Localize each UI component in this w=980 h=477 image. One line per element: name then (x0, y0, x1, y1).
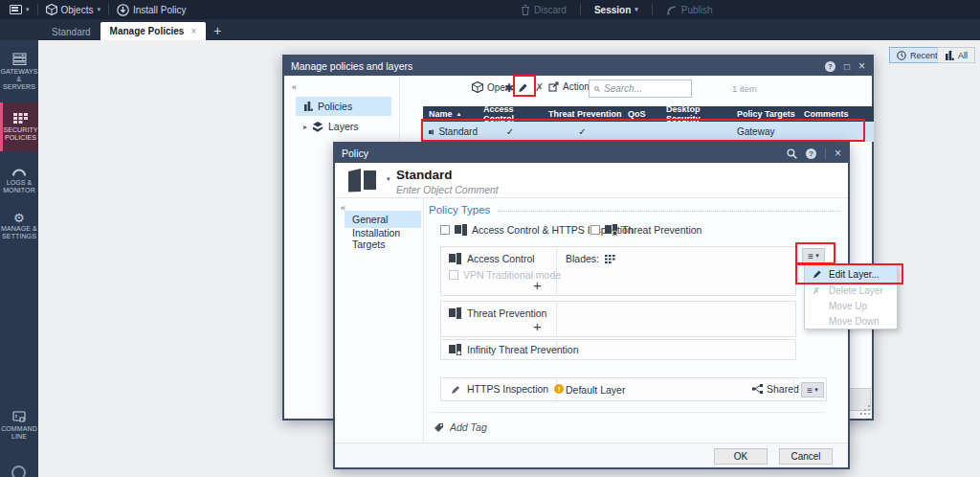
col-header-qos[interactable]: QoS (622, 109, 660, 119)
sidebar-item-manage-settings[interactable]: ⚙ MANAGE & SETTINGS (0, 210, 38, 240)
col-header-comments[interactable]: Comments (798, 109, 874, 119)
trash-icon (521, 5, 530, 15)
sidebar-label: & SERVERS (0, 76, 38, 91)
checkbox-icon[interactable] (449, 270, 458, 280)
col-header-threat-prevention[interactable]: Threat Prevention (543, 109, 622, 119)
sidebar-label: GATEWAYS (0, 68, 38, 76)
object-comment-field[interactable]: Enter Object Comment (396, 184, 499, 195)
col-header-name[interactable]: Name▲ (423, 109, 478, 119)
publish-button[interactable]: Publish (662, 0, 717, 19)
sidebar-label: MANAGE & (0, 225, 38, 233)
add-layer-button[interactable]: + (533, 277, 542, 293)
edit-pencil-button[interactable] (517, 82, 528, 94)
sidebar-label: COMMAND (0, 425, 38, 433)
menu-item-edit-layer[interactable]: Edit Layer... (805, 265, 897, 283)
https-pen-icon (451, 384, 461, 395)
col-header-access-control[interactable]: Access Control (478, 104, 543, 124)
close-icon[interactable]: × (858, 59, 865, 73)
discard-button[interactable]: Discard (517, 0, 570, 19)
menu-item-delete-layer[interactable]: ✗ Delete Layer (805, 283, 897, 298)
sidebar-item-security-policies[interactable]: SECURITY POLICIES (0, 102, 38, 151)
nav-general[interactable]: General (345, 211, 421, 228)
menu-icon: ≡ (807, 385, 813, 396)
tree-item-policies[interactable]: Policies (296, 97, 391, 116)
layers-icon (312, 122, 323, 132)
tree-item-label: Policies (318, 101, 352, 112)
search-input[interactable] (604, 83, 686, 94)
menu-item-label: Move Up (829, 301, 867, 311)
resize-grip[interactable] (860, 405, 870, 415)
top-toolbar: ▾ Objects ▾ Install Policy Discard Sessi… (0, 0, 980, 19)
infinity-threat-prevention-title: Infinity Threat Prevention (449, 344, 579, 355)
menu-item-label: Delete Layer (829, 285, 883, 296)
col-header-desktop-security[interactable]: Desktop Security (660, 104, 731, 124)
menu-item-move-down[interactable]: Move Down (805, 313, 897, 329)
sidebar-label: SETTINGS (0, 233, 38, 240)
heading-rule (498, 211, 840, 212)
vpn-traditional-checkbox[interactable]: VPN Traditional mode (449, 269, 561, 281)
help-icon[interactable]: ? (806, 148, 816, 159)
checkbox-icon[interactable] (590, 225, 600, 235)
warning-icon: ! (554, 384, 564, 394)
panel-divider (423, 198, 424, 443)
tab-manage-policies[interactable]: Manage Policies × (100, 22, 207, 40)
tag-icon (434, 422, 444, 433)
all-label: All (958, 51, 968, 60)
threat-prevention-icon (605, 224, 617, 236)
chevron-down-icon: ▾ (97, 6, 100, 13)
nav-installation-targets[interactable]: Installation Targets (345, 230, 427, 247)
cancel-button[interactable]: Cancel (779, 448, 833, 465)
access-control-icon (455, 224, 467, 236)
policies-icon (303, 102, 313, 111)
publish-icon (666, 5, 678, 15)
sidebar-item-gateways-servers[interactable]: GATEWAYS & SERVERS (0, 48, 38, 91)
https-layer-menu-button[interactable]: ≡ ▾ (801, 382, 824, 398)
install-policy-label: Install Policy (133, 5, 187, 15)
app-menu-button[interactable]: ▾ (6, 0, 33, 19)
policy-dialog-titlebar[interactable]: Policy ? × (335, 144, 848, 163)
checkbox-threat-prevention[interactable]: Threat Prevention (590, 224, 702, 236)
gauge-icon (11, 168, 27, 176)
tab-standard[interactable]: Standard (42, 23, 100, 40)
menu-item-move-up[interactable]: Move Up (805, 298, 897, 313)
cell-name: Standard (423, 126, 478, 137)
check-icon: ✓ (578, 126, 586, 137)
infinity-threat-prevention-section: Infinity Threat Prevention (440, 339, 796, 360)
all-objects-button[interactable]: All (937, 47, 975, 63)
sidebar-item-command-line[interactable]: COMMAND LINE (0, 406, 38, 441)
install-policy-button[interactable]: Install Policy (113, 0, 190, 19)
table-row-standard[interactable]: Standard ✓ ✓ Gateway (423, 122, 874, 142)
recent-label: Recent (910, 51, 938, 60)
help-icon[interactable]: ? (825, 61, 835, 72)
new-tab-button[interactable]: + (213, 23, 221, 38)
expand-icon: ▸ (303, 123, 307, 131)
tab-close-icon[interactable]: × (190, 26, 196, 36)
object-header: ▾ Standard Enter Object Comment (335, 163, 848, 198)
layer-menu-button[interactable]: ≡ ▾ (802, 248, 825, 263)
policy-object-icon[interactable] (346, 167, 383, 194)
col-header-policy-targets[interactable]: Policy Targets (731, 109, 798, 119)
manage-dialog-titlebar[interactable]: Manage policies and layers ? □ × (284, 57, 872, 76)
add-tag-button[interactable]: Add Tag (434, 421, 487, 433)
delete-policy-button[interactable]: ✗ (535, 81, 544, 94)
divider (652, 4, 653, 15)
objects-menu-button[interactable]: Objects ▾ (42, 0, 104, 19)
search-box[interactable] (589, 80, 692, 98)
session-menu-button[interactable]: Session ▾ (590, 0, 642, 19)
object-name[interactable]: Standard (396, 168, 453, 182)
ok-button[interactable]: OK (714, 448, 768, 465)
sidebar-item-logs-monitor[interactable]: LOGS & MONITOR (0, 163, 38, 194)
policy-dialog-title: Policy (342, 148, 368, 159)
checkbox-icon[interactable] (440, 225, 450, 235)
collapse-panel-icon[interactable]: « (292, 82, 297, 92)
layer-context-menu: Edit Layer... ✗ Delete Layer Move Up Mov… (804, 264, 898, 329)
tree-item-layers[interactable]: ▸ Layers (296, 117, 391, 136)
blades-grid-icon[interactable] (605, 255, 615, 263)
add-layer-button[interactable]: + (533, 318, 542, 334)
assistant-icon[interactable] (11, 466, 26, 477)
chevron-down-icon[interactable]: ▾ (387, 175, 390, 183)
new-policy-button[interactable]: ✱ (504, 81, 514, 95)
close-icon[interactable]: × (835, 147, 841, 160)
maximize-icon[interactable]: □ (844, 61, 850, 72)
search-icon[interactable] (787, 148, 797, 159)
